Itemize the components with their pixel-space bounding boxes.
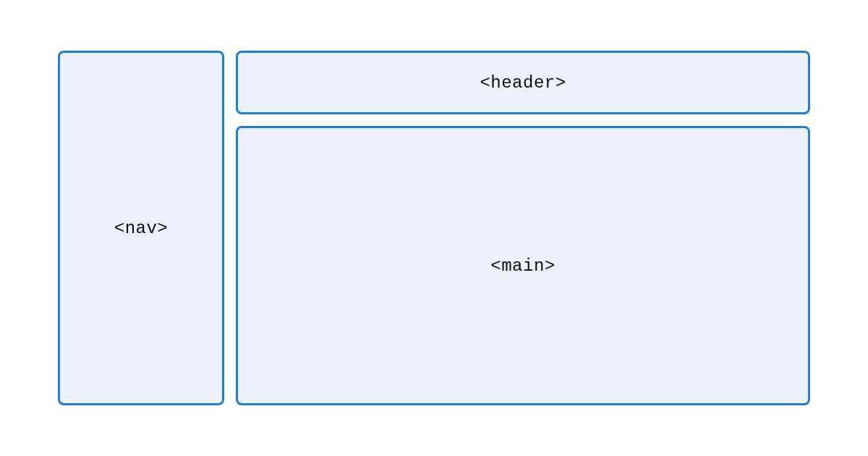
main-region: <main> <box>236 126 810 405</box>
nav-label: <nav> <box>114 219 169 238</box>
main-label: <main> <box>490 256 555 276</box>
right-column: <header> <main> <box>236 51 810 405</box>
nav-region: <nav> <box>58 51 224 405</box>
header-region: <header> <box>236 51 810 114</box>
header-label: <header> <box>480 73 566 93</box>
layout-diagram: <nav> <header> <main> <box>58 51 810 405</box>
